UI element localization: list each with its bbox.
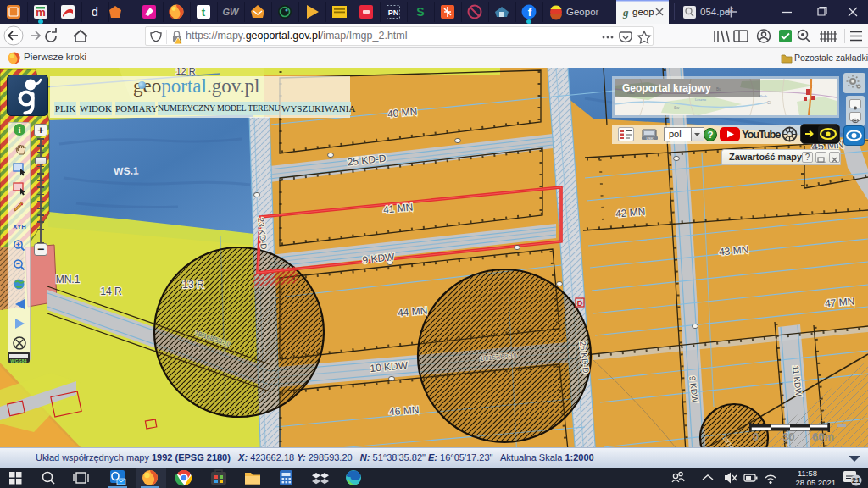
svg-text:PN: PN	[388, 8, 399, 17]
svg-text:GW: GW	[223, 7, 241, 17]
svg-text:28.05.2021: 28.05.2021	[795, 478, 836, 487]
svg-text:i: i	[18, 125, 20, 135]
svg-text:11:58: 11:58	[798, 469, 817, 478]
svg-text:MN.1: MN.1	[56, 274, 81, 286]
svg-text:Sw: Sw	[674, 106, 680, 110]
svg-text:geop: geop	[632, 7, 654, 17]
svg-text:13 R: 13 R	[182, 279, 204, 291]
svg-text:t: t	[202, 6, 206, 19]
svg-text:14 R: 14 R	[100, 286, 122, 297]
svg-text:D: D	[577, 299, 583, 308]
svg-text:YouTube: YouTube	[742, 128, 781, 141]
svg-text:21: 21	[852, 476, 860, 485]
svg-text:f: f	[528, 6, 532, 19]
svg-text:USK: USK	[646, 136, 654, 141]
svg-text:!: !	[180, 38, 181, 44]
svg-text:d: d	[92, 5, 98, 19]
svg-text:WGS84: WGS84	[10, 358, 27, 363]
svg-text:WS.1: WS.1	[114, 164, 139, 177]
svg-text:30: 30	[782, 430, 794, 443]
svg-text:46 MN: 46 MN	[389, 404, 420, 418]
svg-text:XYH: XYH	[13, 223, 25, 230]
svg-text:Gł: Gł	[767, 101, 771, 105]
svg-text:g: g	[622, 6, 629, 19]
svg-text:60m: 60m	[812, 430, 834, 443]
svg-text:Geoportal krajowy: Geoportal krajowy	[622, 82, 711, 94]
svg-text:S: S	[416, 5, 424, 19]
svg-text:0: 0	[753, 430, 759, 443]
svg-text:Leszno: Leszno	[695, 97, 707, 102]
